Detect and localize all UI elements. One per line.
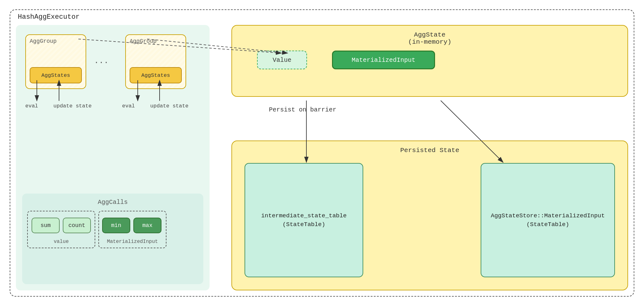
- mat-input-group-label: MaterializedInput: [107, 239, 158, 244]
- agg-state-memory-label: AggState (in-memory): [408, 31, 452, 46]
- eval-label-1: eval: [25, 103, 38, 109]
- left-panel: AggGroup AggStates ... AggGroup AggState…: [16, 25, 210, 290]
- agg-group-2: AggGroup AggStates: [125, 34, 186, 89]
- agg-calls-container: AggCalls sum count value min max Ma: [22, 194, 203, 284]
- agg-calls-mat-group: min max MaterializedInput: [98, 211, 166, 248]
- value-box: Value: [257, 51, 307, 69]
- ellipsis: ...: [94, 56, 109, 66]
- outer-label: HashAggExecutor: [18, 13, 80, 21]
- agg-group-2-label: AggGroup: [126, 35, 186, 46]
- func-count: count: [63, 218, 91, 233]
- eval-label-2: eval: [122, 103, 135, 109]
- persisted-state: Persisted State intermediate_state_table…: [231, 141, 628, 290]
- agg-states-box-1: AggStates: [30, 67, 82, 83]
- update-state-label-1: update state: [53, 103, 92, 109]
- agg-calls-label: AggCalls: [98, 199, 128, 206]
- agg-group-1-label: AggGroup: [26, 35, 86, 46]
- agg-calls-value-group: sum count value: [27, 211, 95, 248]
- state-store-box: AggStateStore::MaterializedInput(StateTa…: [481, 163, 615, 277]
- mat-input-box: MaterializedInput: [332, 51, 435, 69]
- persisted-state-label: Persisted State: [400, 147, 459, 154]
- func-max: max: [133, 218, 161, 233]
- diagram-root: HashAggExecutor AggGroup AggStates ... A…: [7, 6, 637, 300]
- agg-states-box-2: AggStates: [130, 67, 182, 83]
- agg-state-memory: AggState (in-memory) Value MaterializedI…: [231, 25, 628, 97]
- func-min: min: [102, 218, 130, 233]
- state-table-box: intermediate_state_table(StateTable): [245, 163, 363, 277]
- persist-label: Persist on barrier: [269, 106, 336, 113]
- update-state-label-2: update state: [150, 103, 188, 109]
- agg-group-1: AggGroup AggStates: [25, 34, 86, 89]
- value-group-label: value: [54, 239, 69, 244]
- func-sum: sum: [32, 218, 60, 233]
